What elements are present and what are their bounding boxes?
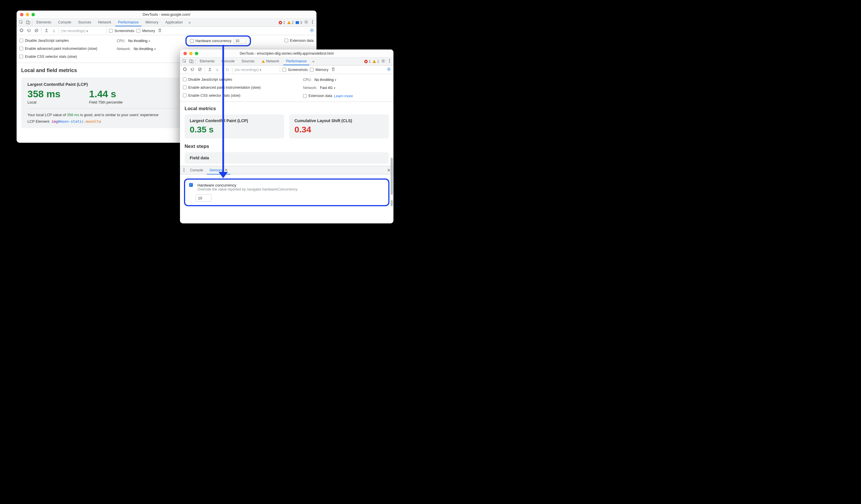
svg-point-42 xyxy=(389,61,390,61)
drawer-tab-console[interactable]: Console xyxy=(188,166,206,174)
memory-checkbox[interactable]: Memory xyxy=(136,29,155,33)
tab-performance[interactable]: Performance xyxy=(283,57,310,65)
info-badge[interactable]: 3 xyxy=(295,20,302,25)
extension-data-checkbox[interactable]: Extension data xyxy=(303,94,332,98)
cpu-label: CPU: xyxy=(117,39,125,43)
css-selector-checkbox[interactable]: Enable CSS selector stats (slow) xyxy=(19,55,77,59)
svg-point-57 xyxy=(184,171,184,172)
error-badge[interactable]: 1 xyxy=(364,59,371,64)
network-label: Network: xyxy=(303,86,317,90)
kebab-icon[interactable] xyxy=(387,59,392,64)
upload-icon[interactable] xyxy=(44,28,49,33)
device-toggle-icon[interactable] xyxy=(25,20,31,25)
record-icon[interactable] xyxy=(182,68,188,72)
screenshots-checkbox[interactable]: Screenshots xyxy=(283,68,308,72)
svg-point-14 xyxy=(312,20,313,21)
recordings-dropdown[interactable]: (no recordings) xyxy=(235,68,277,72)
reload-record-icon[interactable] xyxy=(26,28,31,33)
reload-record-icon[interactable] xyxy=(190,67,195,72)
home-icon[interactable] xyxy=(224,67,230,72)
warning-badge[interactable]: 2 xyxy=(287,20,294,25)
minimize-icon[interactable] xyxy=(189,52,193,55)
network-select[interactable]: No throttling xyxy=(134,47,155,51)
more-tabs-icon[interactable] xyxy=(311,59,316,64)
tab-elements[interactable]: Elements xyxy=(33,18,54,26)
titlebar: DevTools - www.google.com/ xyxy=(17,11,316,18)
clear-icon[interactable] xyxy=(34,28,39,33)
tab-network[interactable]: Network xyxy=(95,18,114,26)
sensors-panel: Hardware concurrency Override the value … xyxy=(180,174,394,210)
cpu-select[interactable]: No throttling xyxy=(314,78,336,82)
titlebar: DevTools - emscripten-dbg-stories.netlif… xyxy=(180,50,394,57)
tab-memory[interactable]: Memory xyxy=(142,18,161,26)
tab-performance[interactable]: Performance xyxy=(115,18,142,26)
hw-concurrency-input[interactable]: 10 xyxy=(195,194,211,202)
zoom-icon[interactable] xyxy=(31,13,35,16)
advanced-paint-checkbox[interactable]: Enable advanced paint instrumentation (s… xyxy=(19,47,97,51)
advanced-paint-checkbox[interactable]: Enable advanced paint instrumentation (s… xyxy=(183,85,261,89)
learn-more-link[interactable]: Learn more xyxy=(334,94,353,98)
tab-sources[interactable]: Sources xyxy=(75,18,94,26)
kebab-icon[interactable] xyxy=(310,20,315,25)
network-select[interactable]: Fast 4G xyxy=(320,86,335,90)
screenshots-checkbox[interactable]: Screenshots xyxy=(109,29,134,33)
device-toggle-icon[interactable] xyxy=(189,59,194,64)
tab-console[interactable]: Console xyxy=(219,57,237,65)
close-tab-icon[interactable]: ✕ xyxy=(224,168,228,172)
drawer-kebab-icon[interactable] xyxy=(182,168,186,173)
scrollbar-thumb[interactable] xyxy=(391,200,393,206)
field-data-title: Field data xyxy=(190,156,384,160)
record-icon[interactable] xyxy=(19,29,24,33)
gear-icon[interactable] xyxy=(304,20,309,25)
recordings-dropdown[interactable]: (no recordings) xyxy=(61,29,104,33)
memory-checkbox[interactable]: Memory xyxy=(310,68,328,72)
tab-elements[interactable]: Elements xyxy=(197,57,217,65)
separator xyxy=(59,28,59,33)
close-icon[interactable] xyxy=(183,52,187,55)
minimize-icon[interactable] xyxy=(26,13,29,16)
metrics-content: Local metrics Largest Contentful Paint (… xyxy=(180,102,394,166)
svg-point-46 xyxy=(388,69,390,70)
download-icon[interactable] xyxy=(215,67,220,72)
svg-point-41 xyxy=(389,59,390,60)
svg-point-19 xyxy=(311,30,313,31)
cpu-select[interactable]: No throttling xyxy=(128,39,150,43)
capture-settings-icear-icon[interactable] xyxy=(310,29,314,33)
extension-data-checkbox[interactable]: Extension data xyxy=(284,39,314,43)
gc-icon[interactable] xyxy=(331,67,336,72)
upload-icon[interactable] xyxy=(207,67,212,72)
hw-concurrency-checkbox[interactable] xyxy=(189,183,193,187)
devtools-window-b: DevTools - emscripten-dbg-stories.netlif… xyxy=(180,50,394,223)
warning-badge[interactable]: 1 xyxy=(372,59,379,64)
local-metrics-heading: Local metrics xyxy=(184,106,389,112)
more-tabs-icon[interactable] xyxy=(187,20,193,25)
svg-line-11 xyxy=(307,23,308,24)
disable-js-checkbox[interactable]: Disable JavaScript samples xyxy=(183,78,232,82)
cpu-label: CPU: xyxy=(303,78,312,82)
gc-icon[interactable] xyxy=(158,28,163,33)
lcp-elem-id[interactable]: #moon-static xyxy=(58,119,84,124)
css-selector-checkbox[interactable]: Enable CSS selector stats (slow) xyxy=(183,94,240,98)
capture-settings-gear-icon[interactable] xyxy=(386,68,391,72)
lcp-elem-class[interactable]: .moonCta xyxy=(84,119,101,124)
lcp-elem-tag[interactable]: img xyxy=(52,119,58,124)
download-icon[interactable] xyxy=(51,28,56,33)
tab-network[interactable]: Network xyxy=(259,57,282,65)
hw-concurrency-checkbox[interactable]: Hardware concurrency xyxy=(190,39,232,43)
error-badge[interactable]: 2 xyxy=(278,20,285,25)
disable-js-checkbox[interactable]: Disable JavaScript samples xyxy=(19,39,69,43)
zoom-icon[interactable] xyxy=(195,52,198,55)
scrollbar-thumb[interactable] xyxy=(391,158,393,195)
inspect-icon[interactable] xyxy=(18,20,24,25)
scrollbar[interactable] xyxy=(391,158,393,223)
close-icon[interactable] xyxy=(20,13,24,16)
tab-console[interactable]: Console xyxy=(55,18,74,26)
svg-point-15 xyxy=(312,22,313,23)
gear-icon[interactable] xyxy=(381,59,385,64)
traffic-lights xyxy=(17,13,35,16)
inspect-icon[interactable] xyxy=(182,59,188,64)
tab-application[interactable]: Application xyxy=(162,18,186,26)
hw-concurrency-input[interactable]: 10 xyxy=(234,38,246,44)
tab-sources[interactable]: Sources xyxy=(238,57,258,65)
clear-icon[interactable] xyxy=(197,67,202,72)
